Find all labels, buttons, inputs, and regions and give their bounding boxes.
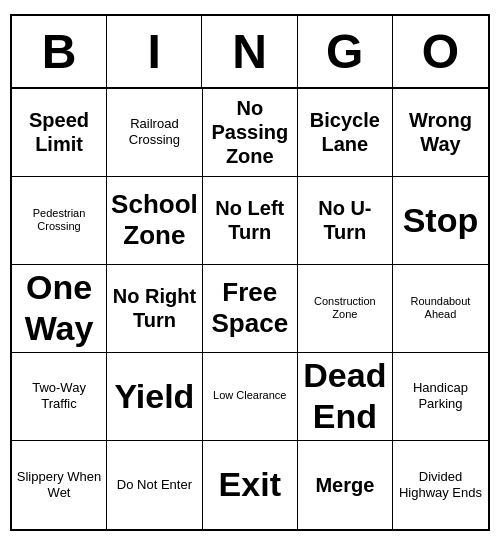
cell-text-9: Stop (403, 200, 479, 241)
bingo-cell-20: Slippery When Wet (12, 441, 107, 529)
cell-text-10: One Way (16, 267, 102, 349)
cell-text-24: Divided Highway Ends (397, 469, 484, 500)
bingo-cell-6: School Zone (107, 177, 203, 265)
bingo-cell-5: Pedestrian Crossing (12, 177, 107, 265)
bingo-cell-19: Handicap Parking (393, 353, 488, 441)
bingo-cell-24: Divided Highway Ends (393, 441, 488, 529)
bingo-letter-n: N (202, 16, 297, 87)
cell-text-6: School Zone (111, 189, 198, 251)
cell-text-16: Yield (114, 376, 194, 417)
bingo-cell-13: Construction Zone (298, 265, 393, 353)
cell-text-4: Wrong Way (397, 108, 484, 156)
bingo-cell-21: Do Not Enter (107, 441, 203, 529)
bingo-cell-18: Dead End (298, 353, 393, 441)
bingo-letter-i: I (107, 16, 202, 87)
cell-text-21: Do Not Enter (117, 477, 192, 493)
cell-text-14: Roundabout Ahead (397, 295, 484, 321)
bingo-letter-b: B (12, 16, 107, 87)
cell-text-0: Speed Limit (16, 108, 102, 156)
cell-text-3: Bicycle Lane (302, 108, 388, 156)
bingo-cell-0: Speed Limit (12, 89, 107, 177)
cell-text-8: No U-Turn (302, 196, 388, 244)
cell-text-13: Construction Zone (302, 295, 388, 321)
bingo-cell-11: No Right Turn (107, 265, 203, 353)
bingo-header: BINGO (12, 16, 488, 89)
bingo-grid: Speed LimitRailroad CrossingNo Passing Z… (12, 89, 488, 529)
cell-text-2: No Passing Zone (207, 96, 293, 168)
bingo-cell-10: One Way (12, 265, 107, 353)
bingo-cell-8: No U-Turn (298, 177, 393, 265)
cell-text-12: Free Space (207, 277, 293, 339)
cell-text-17: Low Clearance (213, 389, 286, 402)
bingo-letter-g: G (298, 16, 393, 87)
bingo-cell-22: Exit (203, 441, 298, 529)
cell-text-19: Handicap Parking (397, 380, 484, 411)
bingo-cell-14: Roundabout Ahead (393, 265, 488, 353)
bingo-cell-9: Stop (393, 177, 488, 265)
bingo-cell-2: No Passing Zone (203, 89, 298, 177)
bingo-cell-7: No Left Turn (203, 177, 298, 265)
bingo-cell-16: Yield (107, 353, 203, 441)
cell-text-5: Pedestrian Crossing (16, 207, 102, 233)
bingo-cell-4: Wrong Way (393, 89, 488, 177)
cell-text-15: Two-Way Traffic (16, 380, 102, 411)
cell-text-23: Merge (315, 473, 374, 497)
cell-text-11: No Right Turn (111, 284, 198, 332)
cell-text-20: Slippery When Wet (16, 469, 102, 500)
bingo-cell-3: Bicycle Lane (298, 89, 393, 177)
bingo-cell-17: Low Clearance (203, 353, 298, 441)
cell-text-1: Railroad Crossing (111, 116, 198, 147)
bingo-letter-o: O (393, 16, 488, 87)
cell-text-22: Exit (219, 464, 281, 505)
bingo-card: BINGO Speed LimitRailroad CrossingNo Pas… (10, 14, 490, 531)
cell-text-7: No Left Turn (207, 196, 293, 244)
bingo-cell-23: Merge (298, 441, 393, 529)
bingo-cell-15: Two-Way Traffic (12, 353, 107, 441)
cell-text-18: Dead End (302, 355, 388, 437)
bingo-cell-12: Free Space (203, 265, 298, 353)
bingo-cell-1: Railroad Crossing (107, 89, 203, 177)
